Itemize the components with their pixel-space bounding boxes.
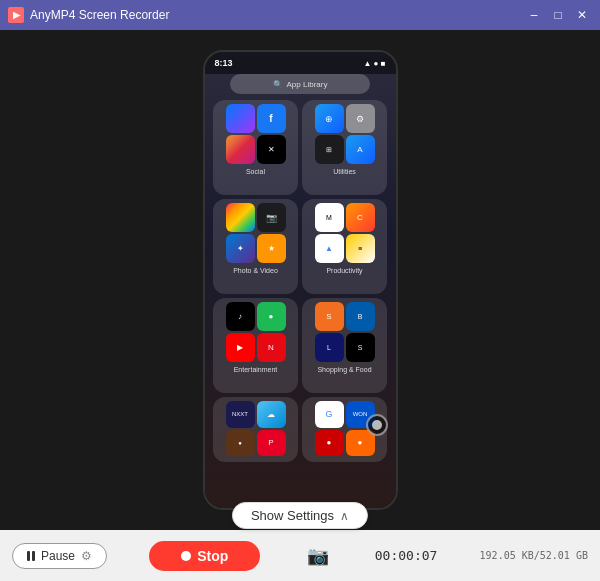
app-icon-drive: ▲: [315, 234, 344, 263]
bottom-bar: Show Settings ∧ Pause ⚙ Stop 📷 00:00:07 …: [0, 530, 600, 581]
app-icon-twitter: ✕: [257, 135, 286, 164]
phone-screen: 8:13 ▲ ● ■ 🔍 App Library f ✕: [205, 52, 396, 508]
app-icon-nxxt: NXXT: [226, 401, 255, 428]
folder-utilities: ⊕ ⚙ ⊞ A Utilities: [302, 100, 387, 195]
app-icon-lazada: L: [315, 333, 344, 362]
folder-social-icons: f ✕: [226, 104, 286, 164]
folder-entertainment-icons: ♪ ● ▶ N: [226, 302, 286, 362]
folder-photo-icons: 📷 ✦ ★: [226, 203, 286, 263]
stop-label: Stop: [197, 548, 228, 564]
app-icon-contacts: C: [346, 203, 375, 232]
folder-shopping: S B L S Shopping & Food: [302, 298, 387, 393]
app-icon-spotify: ●: [257, 302, 286, 331]
app-row-3: ♪ ● ▶ N Entertainment S B L S: [210, 298, 391, 393]
folder-productivity: M C ▲ ≡ Productivity: [302, 199, 387, 294]
app-icon-camera: 📷: [257, 203, 286, 232]
app-icon-appstore: A: [346, 135, 375, 164]
app-icon-netflix: N: [257, 333, 286, 362]
pause-label: Pause: [41, 549, 75, 563]
phone-status-bar: 8:13 ▲ ● ■: [205, 52, 396, 74]
app-icon-extra1: ★: [257, 234, 286, 263]
file-size-display: 192.05 KB/52.01 GB: [480, 550, 588, 561]
folder-productivity-icons: M C ▲ ≡: [315, 203, 375, 263]
timer-display: 00:00:07: [375, 548, 438, 563]
app-icon-tiktok: ♪: [226, 302, 255, 331]
folder-photo-label: Photo & Video: [233, 267, 278, 274]
folder-photo-video: 📷 ✦ ★ Photo & Video: [213, 199, 298, 294]
folder-social-label: Social: [246, 168, 265, 175]
status-time: 8:13: [215, 58, 233, 68]
app-icon-shein: S: [346, 333, 375, 362]
app-row-2: 📷 ✦ ★ Photo & Video M C ▲ ≡ Pr: [210, 199, 391, 294]
app-icon-red1: ●: [315, 430, 344, 457]
app-icon-gmail: M: [315, 203, 344, 232]
app-icon-messenger: [226, 104, 255, 133]
record-dot-icon: [181, 551, 191, 561]
app-title: AnyMP4 Screen Recorder: [30, 8, 169, 22]
app-icon-facebook: f: [257, 104, 286, 133]
folder-utilities-icons: ⊕ ⚙ ⊞ A: [315, 104, 375, 164]
app-icon-weather: ☁: [257, 401, 286, 428]
search-icon: 🔍: [273, 80, 283, 89]
app-icon-notes: ≡: [346, 234, 375, 263]
folder-entertainment-label: Entertainment: [234, 366, 278, 373]
app-icon-bigc: B: [346, 302, 375, 331]
app-icon-shopee: S: [315, 302, 344, 331]
app-icon-youtube: ▶: [226, 333, 255, 362]
folder-bottom-left: NXXT ☁ ● P: [213, 397, 298, 462]
camera-icon: 📷: [307, 545, 329, 567]
folder-productivity-label: Productivity: [326, 267, 362, 274]
minimize-button[interactable]: –: [524, 6, 544, 24]
folder-shopping-label: Shopping & Food: [317, 366, 371, 373]
folder-utilities-label: Utilities: [333, 168, 356, 175]
app-icon-photos: [226, 203, 255, 232]
folder-entertainment: ♪ ● ▶ N Entertainment: [213, 298, 298, 393]
pause-icon: [27, 551, 35, 561]
folder-bottom-left-icons: NXXT ☁ ● P: [226, 401, 286, 456]
apps-grid: f ✕ Social ⊕ ⚙ ⊞ A Utilities: [210, 100, 391, 462]
main-area: 8:13 ▲ ● ■ 🔍 App Library f ✕: [0, 30, 600, 530]
app-icon-copilot: ✦: [226, 234, 255, 263]
window-controls: – □ ✕: [524, 6, 592, 24]
maximize-button[interactable]: □: [548, 6, 568, 24]
title-bar: ▶ AnyMP4 Screen Recorder – □ ✕: [0, 0, 600, 30]
app-icon-calc: ⊞: [315, 135, 344, 164]
app-icon-safari: ⊕: [315, 104, 344, 133]
pause-button[interactable]: Pause ⚙: [12, 543, 107, 569]
app-icon-pinterest: P: [257, 430, 286, 457]
folder-bottom-right-icons: G WON ● ●: [315, 401, 375, 456]
show-settings-button[interactable]: Show Settings ∧: [232, 502, 368, 529]
title-bar-left: ▶ AnyMP4 Screen Recorder: [8, 7, 169, 23]
folder-shopping-icons: S B L S: [315, 302, 375, 362]
app-row-4: NXXT ☁ ● P G WON ● ●: [210, 397, 391, 462]
assistive-touch[interactable]: [366, 414, 388, 436]
assistive-touch-inner: [372, 420, 382, 430]
folder-social: f ✕ Social: [213, 100, 298, 195]
app-icon-instagram: [226, 135, 255, 164]
status-icons: ▲ ● ■: [363, 59, 385, 68]
app-row-1: f ✕ Social ⊕ ⚙ ⊞ A Utilities: [210, 100, 391, 195]
controls-row: Pause ⚙ Stop 📷 00:00:07 192.05 KB/52.01 …: [0, 541, 600, 571]
app-library-label: App Library: [287, 80, 328, 89]
stop-button[interactable]: Stop: [149, 541, 260, 571]
app-icon-google: G: [315, 401, 344, 428]
settings-gear-icon: ⚙: [81, 549, 92, 563]
close-button[interactable]: ✕: [572, 6, 592, 24]
app-icon-holy: ●: [226, 430, 255, 457]
show-settings-label: Show Settings: [251, 508, 334, 523]
app-icon: ▶: [8, 7, 24, 23]
phone-screen-container: 8:13 ▲ ● ■ 🔍 App Library f ✕: [203, 50, 398, 510]
app-icon-settings: ⚙: [346, 104, 375, 133]
screenshot-button[interactable]: 📷: [303, 541, 333, 571]
chevron-up-icon: ∧: [340, 509, 349, 523]
app-library-search: 🔍 App Library: [230, 74, 370, 94]
